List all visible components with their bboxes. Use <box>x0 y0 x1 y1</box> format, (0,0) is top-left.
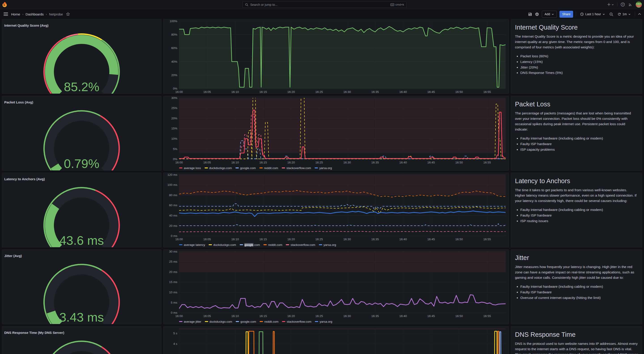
x-axis-tick: 16:40 <box>399 238 407 241</box>
grafana-logo[interactable] <box>0 2 9 8</box>
legend-item[interactable]: average latency <box>179 243 205 247</box>
breadcrumb-dashboards[interactable]: Dashboards <box>26 12 44 16</box>
favorite-star-icon[interactable] <box>66 12 70 16</box>
x-axis-tick: 16:45 <box>427 314 435 318</box>
legend-item[interactable]: average jitter <box>179 320 201 323</box>
legend-item[interactable]: stackoverflow.com <box>282 320 311 323</box>
legend-item[interactable]: yarsa.org <box>315 320 332 323</box>
breadcrumb-separator: › <box>46 13 47 16</box>
add-new-button[interactable] <box>607 3 614 7</box>
dashboard-settings-button[interactable] <box>535 12 539 16</box>
legend-item[interactable]: reddit.com <box>260 166 278 170</box>
legend-item[interactable]: stackoverflow.com <box>286 243 315 247</box>
breadcrumb-separator: › <box>22 13 23 16</box>
series-yarsa-org <box>179 224 506 226</box>
legend-swatch <box>204 167 208 168</box>
panel-packet-loss-chart: 0%5%10%15%20%25%30%16:0016:0516:1016:151… <box>163 96 509 171</box>
news-icon[interactable] <box>628 2 632 7</box>
breadcrumb-home[interactable]: Home <box>11 12 20 16</box>
y-axis-tick: 40% <box>171 60 177 63</box>
text-panel-heading: Jitter <box>515 254 638 262</box>
series-series-yellow <box>179 331 506 354</box>
chevron-down-icon <box>628 13 631 16</box>
chevron-down-icon <box>611 3 614 6</box>
bullet-item: DNS Response Times (5%) <box>520 70 638 76</box>
panel-title[interactable]: DNS Response Time (My DNS Server) <box>2 329 161 334</box>
bullet-item: ISP capacity problems <box>520 147 638 152</box>
panel-title[interactable]: Jitter (Avg) <box>2 252 161 258</box>
legend-swatch <box>179 167 182 168</box>
x-axis-tick: 16:10 <box>232 238 239 241</box>
add-panel-button[interactable]: Add <box>542 11 557 18</box>
latency-chart[interactable]: 0 ms20 ms40 ms60 ms80 ms100 ms120 ms16:0… <box>164 173 509 242</box>
y-axis-tick: 30 ms <box>169 250 177 253</box>
legend-item[interactable]: google.com <box>236 166 256 170</box>
series-average-latency <box>179 211 506 217</box>
panel-title[interactable]: Internet Quality Score (Avg) <box>2 22 161 27</box>
jitter-chart[interactable]: 0 ms5 ms10 ms15 ms20 ms25 ms30 ms16:0016… <box>164 250 509 319</box>
y-axis-tick: 5 s <box>173 332 177 335</box>
legend-swatch <box>315 321 318 322</box>
packet-loss-chart[interactable]: 0%5%10%15%20%25%30%16:0016:0516:1016:151… <box>164 96 509 165</box>
panel-internet-quality-chart: 0%20%40%60%80%100%16:0016:0516:1016:1516… <box>163 19 509 94</box>
chevron-down-icon <box>552 13 554 16</box>
x-axis-tick: 16:35 <box>372 238 379 241</box>
legend-swatch <box>179 321 182 322</box>
dashboard-grid: Internet Quality Score (Avg) 85.2% Packe… <box>2 19 642 354</box>
gauge-column: Internet Quality Score (Avg) 85.2% Packe… <box>2 19 162 354</box>
time-range-picker[interactable]: Last 1 hour <box>579 11 606 18</box>
x-axis-tick: 16:55 <box>483 238 491 241</box>
legend-label: yarsa.org <box>320 320 332 323</box>
panel-title[interactable]: Latency to Anchors (Avg) <box>2 175 161 181</box>
panel-title[interactable]: Packet Loss (Avg) <box>2 99 161 104</box>
user-avatar[interactable] <box>636 2 642 8</box>
y-axis-tick: 0 ms <box>171 311 177 314</box>
divider <box>576 12 576 16</box>
legend-item[interactable]: google.com <box>236 320 256 323</box>
legend-item[interactable]: duckduckgo.com <box>205 320 232 323</box>
legend-swatch <box>240 244 243 245</box>
legend-item[interactable]: duckduckgo.com <box>209 243 236 247</box>
dns-response-chart[interactable]: 5 s4 s <box>164 326 509 354</box>
legend-item[interactable]: yarsa.org <box>319 243 336 247</box>
gear-icon <box>535 12 539 16</box>
menu-toggle[interactable] <box>3 12 9 17</box>
text-panel-body: Jitter measures how frequently your late… <box>515 264 638 280</box>
refresh-picker[interactable]: 1m <box>616 11 632 18</box>
text-panel-heading: DNS Response Time <box>515 331 638 338</box>
legend-swatch <box>314 167 318 168</box>
bullet-item: Jitter (20%) <box>520 65 638 70</box>
legend-item[interactable]: stackoverflow.com <box>282 166 311 170</box>
x-axis-tick: 16:20 <box>287 314 295 318</box>
legend-item[interactable]: google.com <box>240 243 260 247</box>
divider <box>635 12 635 16</box>
save-dashboard-button[interactable] <box>528 12 532 16</box>
top-nav-actions: ? <box>607 0 642 9</box>
text-panel-heading: Internet Quality Score <box>515 24 638 31</box>
legend-swatch <box>282 321 285 322</box>
legend-swatch <box>282 167 285 168</box>
help-icon[interactable]: ? <box>620 2 625 7</box>
y-axis-tick: 60 ms <box>169 204 177 207</box>
share-button[interactable]: Share <box>560 11 573 18</box>
collapse-toolbar-button[interactable] <box>638 12 641 16</box>
search-input[interactable]: Search or jump to... cmd+k <box>242 1 406 8</box>
panel-jitter-chart: 0 ms5 ms10 ms15 ms20 ms25 ms30 ms16:0016… <box>163 249 509 324</box>
legend-item[interactable]: yarsa.org <box>314 166 332 170</box>
legend-label: average jitter <box>184 320 201 323</box>
x-axis-tick: 16:10 <box>232 90 239 94</box>
y-axis-tick: 5% <box>173 147 177 151</box>
internet-quality-chart[interactable]: 0%20%40%60%80%100%16:0016:0516:1016:1516… <box>164 19 509 94</box>
legend-item[interactable]: duckduckgo.com <box>204 166 232 170</box>
legend-item[interactable]: average loss <box>179 166 201 170</box>
legend-item[interactable]: reddit.com <box>264 243 282 247</box>
y-axis-tick: 0 ms <box>171 234 177 238</box>
legend-swatch <box>179 244 182 245</box>
legend-swatch <box>236 167 239 168</box>
zoom-out-button[interactable] <box>609 12 613 16</box>
x-axis-tick: 16:25 <box>315 314 323 318</box>
bullet-item: Packet loss (60%) <box>520 54 638 59</box>
legend-item[interactable]: reddit.com <box>260 320 278 323</box>
x-axis-tick: 16:35 <box>372 90 379 94</box>
svg-text:?: ? <box>622 3 624 6</box>
